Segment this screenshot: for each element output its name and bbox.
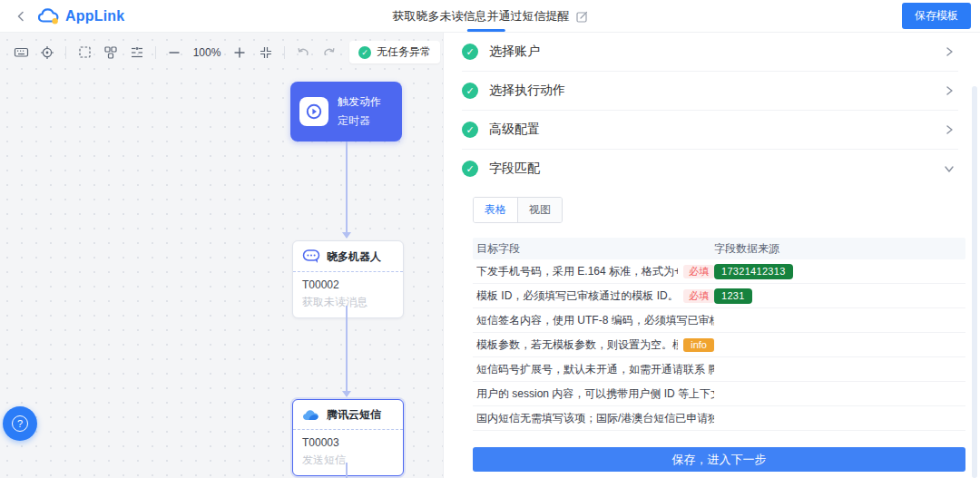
back-button[interactable] xyxy=(13,8,29,24)
node-trigger-timer[interactable]: 触发动作 定时器 xyxy=(290,82,402,141)
config-sections: ✓ 选择账户 ✓ 选择执行动作 ✓ 高级配置 xyxy=(444,33,980,188)
applink-logo: AppLink xyxy=(38,8,124,24)
toolbar-divider xyxy=(284,46,285,59)
zoom-level[interactable]: 100% xyxy=(192,46,221,59)
toolbar-divider xyxy=(155,46,156,59)
required-badge: 必填 xyxy=(683,289,714,303)
table-row[interactable]: 模板 ID，必须填写已审核通过的模板 ID。模板 ID 可前... 必填 123… xyxy=(473,284,965,308)
workflow-title-box: 获取晓多未读信息并通过短信提醒 xyxy=(393,8,588,24)
table-row[interactable]: 用户的 session 内容，可以携带用户侧 ID 等上下文信息，server … xyxy=(473,382,965,406)
field-description: 短信码号扩展号，默认未开通，如需开通请联系 腾讯云短信小助... xyxy=(476,362,714,377)
task-status-text: 无任务异常 xyxy=(377,44,431,60)
chevron-right-icon xyxy=(944,124,955,135)
node-title: 晓多机器人 xyxy=(327,249,381,265)
field-description: 短信签名内容，使用 UTF-8 编码，必须填写已审核通过的签名，... xyxy=(476,313,714,328)
tab-view[interactable]: 视图 xyxy=(517,198,562,222)
section-complete-icon: ✓ xyxy=(462,161,478,177)
section-label: 选择执行动作 xyxy=(489,83,565,99)
field-description: 下发手机号码，采用 E.164 标准，格式为+[国家或地区码... xyxy=(476,264,678,279)
table-row[interactable]: 模板参数，若无模板参数，则设置为空。模板参数的个数需要与 ... info xyxy=(473,333,965,357)
field-description: 模板参数，若无模板参数，则设置为空。模板参数的个数需要与 ... xyxy=(476,337,678,353)
applink-workflow-editor: AppLink 获取晓多未读信息并通过短信提醒 保存模板 xyxy=(0,0,980,478)
section-label: 选择账户 xyxy=(489,44,540,60)
panel-scrollbar[interactable] xyxy=(972,86,977,478)
info-badge: info xyxy=(683,338,714,352)
node-task-id: T00002 xyxy=(302,278,394,291)
zoom-in-button[interactable] xyxy=(231,44,248,61)
config-panel: ✓ 选择账户 ✓ 选择执行动作 ✓ 高级配置 xyxy=(443,33,980,478)
marquee-select-icon[interactable] xyxy=(76,44,93,61)
edge-robot-to-sms xyxy=(346,306,348,396)
redo-icon[interactable] xyxy=(321,44,338,61)
field-description: 用户的 session 内容，可以携带用户侧 ID 等上下文信息，server … xyxy=(476,386,714,402)
locate-center-icon[interactable] xyxy=(39,44,55,61)
auto-layout-icon[interactable] xyxy=(103,44,119,61)
node-action-label: 发送短信 xyxy=(302,453,394,468)
chevron-down-icon xyxy=(944,163,955,174)
field-value-badge[interactable]: 1231 xyxy=(714,288,752,304)
table-row[interactable]: 下发手机号码，采用 E.164 标准，格式为+[国家或地区码... 必填 173… xyxy=(473,259,965,284)
help-button[interactable]: ? xyxy=(3,406,37,441)
node-task-id: T00003 xyxy=(302,436,394,449)
node-title: 腾讯云短信 xyxy=(327,407,381,423)
edge-trigger-to-robot xyxy=(346,141,348,238)
column-header-target-field: 目标字段 xyxy=(473,241,714,257)
trigger-node-subtitle: 定时器 xyxy=(338,113,381,129)
table-row[interactable]: 短信码号扩展号，默认未开通，如需开通请联系 腾讯云短信小助... xyxy=(473,357,965,382)
chevron-right-icon xyxy=(944,46,955,57)
app-header: AppLink 获取晓多未读信息并通过短信提醒 保存模板 xyxy=(0,0,980,33)
workflow-title: 获取晓多未读信息并通过短信提醒 xyxy=(393,8,570,24)
robot-chat-icon xyxy=(302,249,320,265)
timer-play-icon xyxy=(299,97,328,126)
save-next-step-button[interactable]: 保存，进入下一步 xyxy=(473,447,965,472)
column-header-data-source: 字段数据来源 xyxy=(714,241,965,257)
edge-sms-down xyxy=(346,463,348,478)
table-row[interactable]: 国内短信无需填写该项；国际/港澳台短信已申请独立 SenderId ... xyxy=(473,406,965,431)
required-badge: 必填 xyxy=(683,265,714,278)
field-description: 国内短信无需填写该项；国际/港澳台短信已申请独立 SenderId ... xyxy=(476,411,714,426)
section-complete-icon: ✓ xyxy=(462,122,478,138)
section-field-matching[interactable]: ✓ 字段匹配 xyxy=(444,150,980,188)
trigger-node-title: 触发动作 xyxy=(338,94,381,110)
fit-view-icon[interactable] xyxy=(258,44,274,61)
section-label: 字段匹配 xyxy=(489,161,540,177)
field-value-badge[interactable]: 17321412313 xyxy=(714,264,793,279)
field-matching-content: 表格 视图 目标字段 字段数据来源 下发手机号码，采用 E.164 标准，格式为… xyxy=(444,188,980,431)
tab-table[interactable]: 表格 xyxy=(474,198,517,222)
success-check-icon: ✓ xyxy=(358,46,371,59)
table-header-row: 目标字段 字段数据来源 xyxy=(473,238,965,259)
app-name: AppLink xyxy=(65,8,124,24)
table-row[interactable]: 短信签名内容，使用 UTF-8 编码，必须填写已审核通过的签名，... xyxy=(473,308,965,333)
title-active-underline xyxy=(467,29,505,32)
node-xiaoduo-robot[interactable]: 晓多机器人 T00002 获取未读消息 xyxy=(292,240,404,318)
save-template-button[interactable]: 保存模板 xyxy=(902,3,971,29)
chevron-right-icon xyxy=(944,85,955,96)
field-description: 模板 ID，必须填写已审核通过的模板 ID。模板 ID 可前... xyxy=(476,288,678,304)
section-select-account[interactable]: ✓ 选择账户 xyxy=(444,33,980,71)
align-nodes-icon[interactable] xyxy=(129,44,145,61)
applink-cloud-icon xyxy=(38,8,60,24)
tencent-cloud-icon xyxy=(302,408,320,422)
node-action-label: 获取未读消息 xyxy=(302,295,394,310)
canvas-toolbar: 100% ✓ 无任务异常 xyxy=(13,41,440,63)
undo-icon[interactable] xyxy=(295,44,311,61)
question-mark-icon: ? xyxy=(12,415,28,432)
section-complete-icon: ✓ xyxy=(462,83,478,99)
field-match-table: 目标字段 字段数据来源 下发手机号码，采用 E.164 标准，格式为+[国家或地… xyxy=(473,238,965,431)
view-mode-tabs: 表格 视图 xyxy=(473,197,563,223)
node-tencent-sms[interactable]: 腾讯云短信 T00003 发送短信 xyxy=(292,399,404,476)
task-status-badge: ✓ 无任务异常 xyxy=(349,41,440,63)
section-label: 高级配置 xyxy=(489,122,540,138)
section-select-action[interactable]: ✓ 选择执行动作 xyxy=(444,72,980,110)
toolbar-divider xyxy=(65,46,66,59)
keyboard-shortcuts-icon[interactable] xyxy=(13,44,29,61)
flow-canvas[interactable]: 100% ✓ 无任务异常 xyxy=(0,33,443,478)
section-advanced-config[interactable]: ✓ 高级配置 xyxy=(444,111,980,149)
edit-title-icon[interactable] xyxy=(576,11,588,23)
section-complete-icon: ✓ xyxy=(462,44,478,60)
zoom-out-button[interactable] xyxy=(166,44,182,61)
